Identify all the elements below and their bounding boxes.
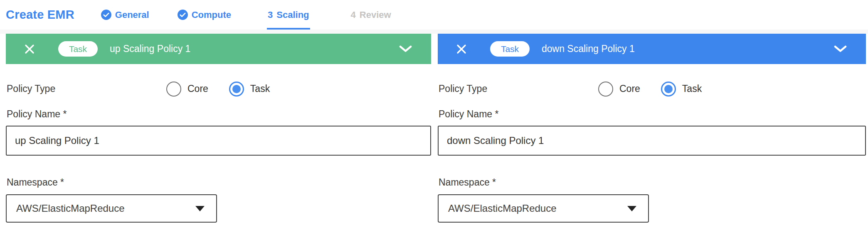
page-title: Create EMR [6,8,74,22]
header-divider [0,30,868,34]
task-radio-label: Task [250,83,270,94]
tab-review[interactable]: 4 Review [351,0,391,30]
tab-scaling[interactable]: 3 Scaling [268,0,309,30]
tab-compute-label: Compute [192,10,231,20]
task-radio[interactable] [229,82,244,97]
dropdown-caret-icon [195,206,205,211]
task-radio[interactable] [661,82,676,97]
policy-name-label: Policy Name * [438,109,866,120]
policy-type-radio-group: Core Task [166,81,270,97]
chevron-down-icon[interactable] [834,45,847,52]
radio-option-task[interactable]: Task [661,82,702,97]
policy-type-label: Policy Type [6,83,55,94]
core-radio-label: Core [187,83,208,94]
task-radio-label: Task [682,83,702,94]
policy-type-row: Policy Type Core Task [438,81,866,97]
scale-up-policy-header[interactable]: Task up Scaling Policy 1 [6,34,431,64]
dropdown-caret-icon [627,206,636,211]
core-radio[interactable] [598,82,613,97]
core-radio-label: Core [619,83,640,94]
wizard-header: Create EMR General Compute 3 Scaling 4 R… [0,0,868,30]
tab-general-label: General [115,10,149,20]
tab-scaling-number: 3 [268,10,273,20]
policy-name-input[interactable] [438,126,866,156]
close-icon[interactable] [456,43,467,55]
namespace-select[interactable]: AWS/ElasticMapReduce [438,194,649,223]
chevron-down-icon[interactable] [399,45,412,52]
namespace-label: Namespace * [438,177,866,188]
scale-up-policy-panel: Task up Scaling Policy 1 Policy Type Cor… [6,34,431,223]
close-icon[interactable] [24,43,35,55]
policy-bar-title: up Scaling Policy 1 [110,43,190,55]
scale-down-policy-panel: Task down Scaling Policy 1 Policy Type C… [438,34,866,223]
policy-type-badge: Task [490,41,530,57]
policy-bar-title: down Scaling Policy 1 [542,43,635,55]
radio-option-core[interactable]: Core [598,82,640,97]
policy-name-label: Policy Name * [6,109,431,120]
tab-compute[interactable]: Compute [178,0,231,30]
check-circle-icon [178,10,188,20]
namespace-label: Namespace * [6,177,431,188]
namespace-selected-value: AWS/ElasticMapReduce [16,203,125,214]
radio-option-task[interactable]: Task [229,82,270,97]
policy-name-input[interactable] [6,126,431,156]
policy-type-badge: Task [58,41,98,57]
check-circle-icon [101,10,111,20]
namespace-selected-value: AWS/ElasticMapReduce [448,203,557,214]
radio-option-core[interactable]: Core [166,82,208,97]
core-radio[interactable] [166,82,181,97]
policy-type-radio-group: Core Task [598,81,702,97]
policy-type-label: Policy Type [438,83,487,94]
scale-down-policy-header[interactable]: Task down Scaling Policy 1 [438,34,866,64]
tab-review-label: Review [360,10,391,20]
tab-general[interactable]: General [101,0,149,30]
tab-scaling-label: Scaling [276,10,309,20]
policy-type-row: Policy Type Core Task [6,81,431,97]
namespace-select[interactable]: AWS/ElasticMapReduce [6,194,217,223]
tab-review-number: 4 [351,10,356,20]
